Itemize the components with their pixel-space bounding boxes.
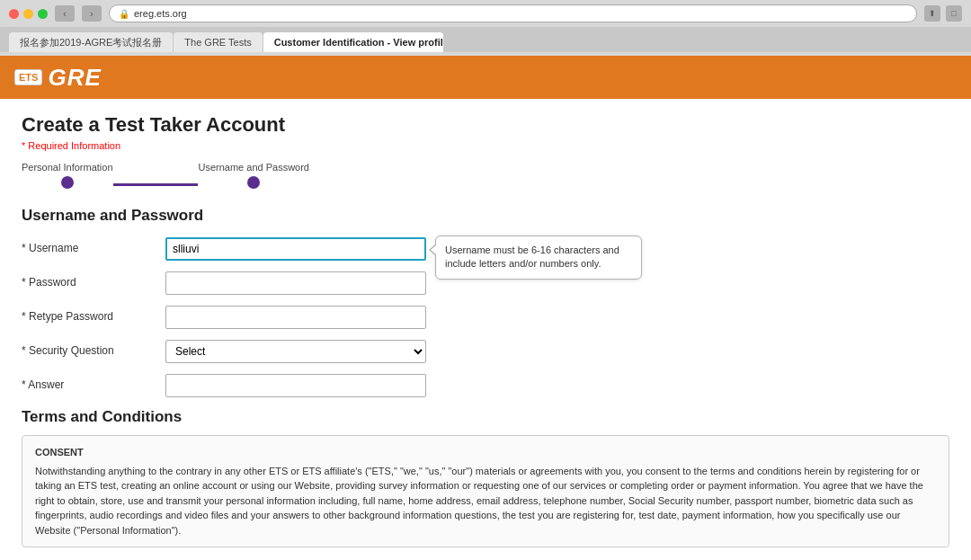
window-controls: [9, 9, 48, 19]
consent-label: CONSENT: [35, 445, 936, 460]
username-row: * Username Username must be 6-16 charact…: [22, 237, 949, 261]
password-label: * Password: [22, 271, 165, 289]
maximize-window-button[interactable]: [38, 9, 48, 19]
url-text: ereg.ets.org: [134, 8, 187, 19]
step-2-label: Username and Password: [198, 162, 309, 173]
security-question-row: * Security Question Select What is your …: [22, 340, 949, 363]
retype-password-row: * Retype Password: [22, 306, 949, 329]
terms-box[interactable]: CONSENT Notwithstanding anything to the …: [22, 435, 949, 547]
required-note: * Required Information: [22, 140, 949, 151]
answer-input[interactable]: [165, 374, 426, 397]
share-icon[interactable]: ⬆: [924, 5, 940, 22]
close-window-button[interactable]: [9, 9, 19, 19]
step-2-container: Username and Password: [198, 162, 309, 189]
back-button[interactable]: ‹: [55, 5, 75, 22]
address-bar[interactable]: 🔒 ereg.ets.org: [109, 4, 917, 22]
security-question-label: * Security Question: [22, 340, 165, 357]
main-area: Create a Test Taker Account * Required I…: [0, 99, 971, 560]
browser-top-bar: ‹ › 🔒 ereg.ets.org ⬆ □: [0, 0, 971, 27]
answer-label: * Answer: [22, 374, 165, 391]
terms-title: Terms and Conditions: [22, 408, 949, 426]
password-input[interactable]: [165, 271, 426, 295]
minimize-window-button[interactable]: [23, 9, 33, 19]
step-1-label: Personal Information: [22, 162, 113, 173]
username-input[interactable]: [165, 237, 426, 261]
progress-steps: Personal Information Username and Passwo…: [22, 162, 309, 189]
tooltip-text: Username must be 6-16 characters and inc…: [445, 244, 619, 269]
retype-password-label: * Retype Password: [22, 306, 165, 323]
lock-icon: 🔒: [119, 9, 129, 19]
bookmark-icon[interactable]: □: [946, 5, 962, 22]
step-line: [113, 183, 199, 186]
section-title: Username and Password: [22, 207, 949, 225]
header-bar: ETS GRE: [0, 56, 971, 99]
page-content: ETS GRE Create a Test Taker Account * Re…: [0, 56, 971, 560]
terms-section: Terms and Conditions CONSENT Notwithstan…: [22, 408, 949, 547]
step-1-container: Personal Information: [22, 162, 113, 189]
ets-logo: ETS GRE: [14, 64, 102, 92]
gre-logo-text: GRE: [48, 64, 101, 92]
tooltip-arrow: [429, 244, 436, 256]
tab-1[interactable]: 报名参加2019-AGRE考试报名册: [9, 32, 173, 52]
password-row: * Password: [22, 271, 949, 295]
retype-password-input[interactable]: [165, 306, 426, 329]
consent-text: Notwithstanding anything to the contrary…: [35, 464, 936, 538]
username-label: * Username: [22, 237, 165, 254]
browser-tabs: 报名参加2019-AGRE考试报名册 The GRE Tests Custome…: [0, 27, 971, 52]
browser-toolbar-right: ⬆ □: [924, 5, 962, 22]
ets-badge: ETS: [14, 69, 42, 85]
step-2-dot: [247, 176, 260, 189]
answer-row: * Answer: [22, 374, 949, 397]
forward-button[interactable]: ›: [82, 5, 102, 22]
browser-chrome: ‹ › 🔒 ereg.ets.org ⬆ □ 报名参加2019-AGRE考试报名…: [0, 0, 971, 56]
page-title: Create a Test Taker Account: [22, 113, 949, 137]
tab-3[interactable]: Customer Identification - View profile: [263, 32, 443, 52]
tab-2[interactable]: The GRE Tests: [174, 32, 262, 52]
step-1-dot: [61, 176, 74, 189]
security-question-select[interactable]: Select What is your mother's maiden name…: [165, 340, 426, 363]
username-password-section: Username and Password * Username Usernam…: [22, 207, 949, 397]
